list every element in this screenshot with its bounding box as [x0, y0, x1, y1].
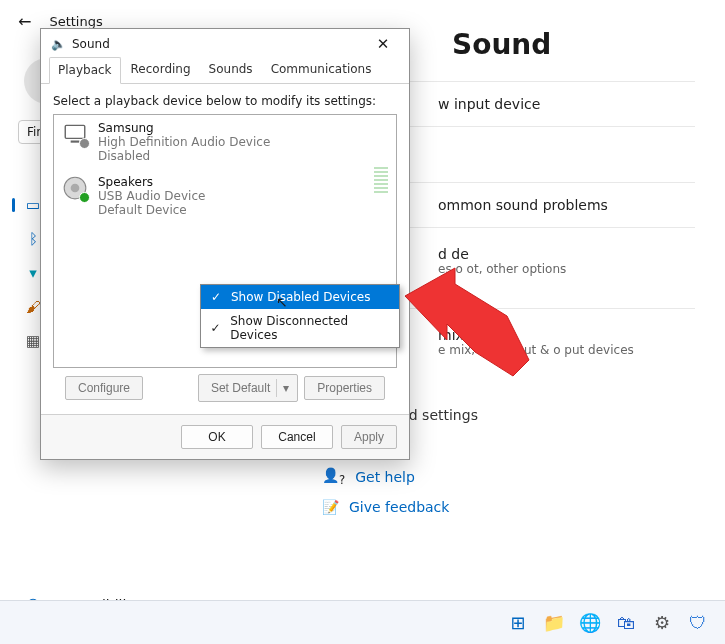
- settings-title: Settings: [49, 14, 102, 29]
- setting-row-sub: e mix, app input & o put devices: [438, 343, 695, 371]
- settings-taskbar-icon[interactable]: ⚙: [649, 610, 675, 636]
- get-help-label: Get help: [355, 469, 415, 485]
- configure-button[interactable]: Configure: [65, 376, 143, 400]
- dialog-title: Sound: [72, 37, 110, 51]
- back-icon[interactable]: ←: [18, 12, 31, 31]
- device-driver: USB Audio Device: [98, 189, 205, 203]
- device-status: Default Device: [98, 203, 205, 217]
- set-default-label: Set Default: [211, 381, 270, 395]
- dialog-titlebar[interactable]: 🔈 Sound ✕: [41, 29, 409, 57]
- setting-row-sub: es o ot, other options: [438, 262, 695, 290]
- device-driver: High Definition Audio Device: [98, 135, 270, 149]
- device-status: Disabled: [98, 149, 270, 163]
- setting-row-label: mixer: [438, 327, 695, 343]
- edge-icon[interactable]: 🌐: [577, 610, 603, 636]
- device-item[interactable]: Samsung High Definition Audio Device Dis…: [54, 115, 396, 169]
- speaker-icon: 🔈: [51, 37, 66, 51]
- start-icon[interactable]: ⊞: [505, 610, 531, 636]
- sound-dialog: 🔈 Sound ✕ Playback Recording Sounds Comm…: [40, 28, 410, 460]
- disabled-badge-icon: [79, 138, 90, 149]
- volume-meter: [374, 165, 388, 193]
- dialog-instruction: Select a playback device below to modify…: [53, 94, 397, 108]
- give-feedback-link[interactable]: 📝 Give feedback: [300, 493, 695, 521]
- tab-recording[interactable]: Recording: [123, 57, 199, 83]
- device-item[interactable]: Speakers USB Audio Device Default Device: [54, 169, 396, 223]
- setting-row-label: d de: [438, 246, 695, 262]
- explorer-icon[interactable]: 📁: [541, 610, 567, 636]
- properties-button[interactable]: Properties: [304, 376, 385, 400]
- svg-rect-0: [65, 125, 85, 138]
- default-badge-icon: [79, 192, 90, 203]
- feedback-icon: 📝: [322, 499, 339, 515]
- check-icon: ✓: [209, 321, 222, 335]
- cancel-button[interactable]: Cancel: [261, 425, 333, 449]
- security-icon[interactable]: 🛡: [685, 610, 711, 636]
- tab-communications[interactable]: Communications: [263, 57, 380, 83]
- dialog-tabs: Playback Recording Sounds Communications: [41, 57, 409, 84]
- page-title: Sound: [452, 28, 695, 61]
- store-icon[interactable]: 🛍: [613, 610, 639, 636]
- tab-playback[interactable]: Playback: [49, 57, 121, 84]
- close-button[interactable]: ✕: [367, 35, 399, 53]
- apply-button[interactable]: Apply: [341, 425, 397, 449]
- get-help-link[interactable]: 👤? Get help: [300, 461, 695, 493]
- ok-button[interactable]: OK: [181, 425, 253, 449]
- context-menu: ✓ Show Disabled Devices ✓ Show Disconnec…: [200, 284, 400, 348]
- device-name: Speakers: [98, 175, 205, 189]
- give-feedback-label: Give feedback: [349, 499, 449, 515]
- speaker-device-icon: [62, 175, 88, 201]
- chevron-down-icon[interactable]: ▾: [276, 379, 293, 397]
- menu-show-disabled[interactable]: ✓ Show Disabled Devices: [201, 285, 399, 309]
- tab-sounds[interactable]: Sounds: [201, 57, 261, 83]
- svg-point-3: [71, 184, 80, 193]
- taskbar: ⊞ 📁 🌐 🛍 ⚙ 🛡: [0, 600, 725, 644]
- menu-item-label: Show Disabled Devices: [231, 290, 370, 304]
- monitor-icon: [62, 121, 88, 147]
- menu-item-label: Show Disconnected Devices: [230, 314, 389, 342]
- check-icon: ✓: [209, 290, 223, 304]
- device-name: Samsung: [98, 121, 270, 135]
- set-default-button[interactable]: Set Default ▾: [198, 374, 298, 402]
- help-icon: 👤?: [322, 467, 345, 487]
- menu-show-disconnected[interactable]: ✓ Show Disconnected Devices: [201, 309, 399, 347]
